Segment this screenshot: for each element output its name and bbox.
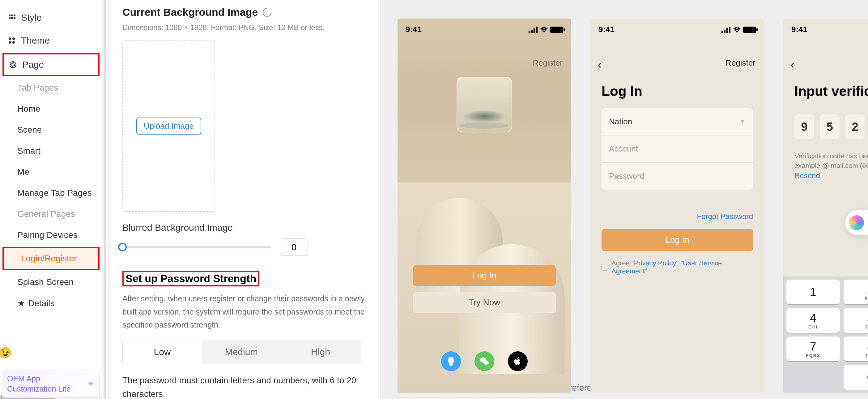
sidebar-item-splash[interactable]: Splash Screen — [0, 272, 102, 293]
agree-checkbox[interactable] — [601, 264, 608, 270]
sidebar-item-pairing[interactable]: Pairing Devices — [0, 225, 102, 246]
svg-rect-5 — [13, 17, 16, 19]
back-icon[interactable]: ‹ — [791, 58, 795, 71]
sidebar-subhead-tabpages: Tab Pages — [0, 77, 102, 98]
upload-image-button[interactable]: Upload Image — [136, 117, 201, 135]
svg-point-18 — [484, 360, 489, 365]
sent-note: Verification code has been sent to your … — [795, 151, 868, 171]
blur-label: Blurred Background Image — [122, 222, 367, 233]
key-8[interactable]: 8TUV — [844, 337, 868, 361]
svg-rect-3 — [9, 17, 10, 19]
seg-low[interactable]: Low — [123, 340, 202, 364]
key-2[interactable]: 2ABC — [844, 280, 868, 304]
login-submit-button[interactable]: Log In — [601, 229, 753, 251]
seg-high[interactable]: High — [281, 340, 360, 364]
back-icon[interactable]: ‹ — [598, 58, 601, 71]
sidebar-subhead-general: General Pages — [0, 203, 102, 225]
upload-dropzone[interactable]: Upload Image — [122, 40, 215, 212]
resend-link[interactable]: Resend — [795, 171, 820, 180]
password-strength-title: Set up Password Strength — [122, 270, 259, 286]
key-blank — [786, 365, 840, 390]
preview-area: The image is only for reference. The act… — [380, 0, 868, 399]
password-input[interactable]: Password — [601, 163, 753, 190]
account-input[interactable]: Account — [601, 136, 753, 163]
sidebar-item-smart[interactable]: Smart — [0, 140, 102, 162]
code-box-2[interactable]: 5 — [820, 114, 840, 139]
promo-card[interactable]: OEM App Customization Lite ✦ — [2, 370, 99, 398]
nation-label: Nation — [609, 117, 632, 126]
privacy-link[interactable]: "Privacy Policy" — [631, 259, 679, 267]
svg-rect-14 — [536, 27, 537, 33]
sidebar-item-manage-tab[interactable]: Manage Tab Pages — [0, 182, 102, 203]
apple-login-icon[interactable] — [508, 351, 528, 371]
chevron-down-icon: ▼ — [739, 118, 746, 125]
login-title: Log In — [601, 84, 642, 99]
sidebar-item-login-register[interactable]: Login/Register — [2, 247, 99, 270]
login-button[interactable]: Log In — [413, 265, 556, 286]
agree-row: Agree "Privacy Policy" "User Service Agr… — [601, 259, 753, 275]
plus-icon: ✦ — [87, 378, 94, 389]
numeric-keypad: 1 2ABC 3DEF 4GHI 5JKL 6MNO 7PQRS 8TUV 9W… — [783, 277, 868, 393]
password-strength-segmented: Low Medium High — [122, 340, 361, 364]
sidebar-item-details[interactable]: ★ Details — [0, 293, 102, 314]
svg-rect-4 — [11, 17, 13, 19]
status-bar: 9:41 — [398, 19, 571, 37]
key-1[interactable]: 1 — [786, 280, 840, 304]
key-5[interactable]: 5JKL — [844, 308, 868, 333]
nation-select[interactable]: Nation ▼ — [601, 108, 753, 136]
key-4[interactable]: 4GHI — [786, 308, 840, 333]
signal-icon — [529, 27, 538, 33]
sidebar-item-scene[interactable]: Scene — [0, 119, 102, 140]
svg-point-7 — [12, 37, 15, 40]
phone-preview-verify: 9:41 ‹ Input verification code 9 5 2 7 7… — [783, 19, 868, 393]
vertical-separator — [104, 0, 106, 399]
wifi-icon — [733, 27, 741, 33]
seg-medium[interactable]: Medium — [202, 340, 281, 364]
svg-rect-21 — [726, 28, 728, 33]
settings-panel: Current Background Image Dimensions: 108… — [111, 0, 378, 399]
svg-point-8 — [9, 41, 11, 44]
sidebar-item-me[interactable]: Me — [0, 162, 102, 182]
promo-title: OEM App Customization Lite — [7, 374, 87, 394]
svg-rect-1 — [11, 15, 13, 17]
qq-login-icon[interactable] — [441, 351, 461, 371]
phone-preview-login-form: 9:41 ‹ Register Log In Nation ▼ Account … — [590, 19, 764, 393]
code-box-3[interactable]: 2 — [845, 114, 865, 139]
phone-preview-landing: 9:41 Register Log In Try Now — [398, 19, 571, 393]
code-box-1[interactable]: 9 — [795, 114, 814, 139]
try-now-button[interactable]: Try Now — [413, 292, 556, 313]
battery-icon — [743, 27, 756, 33]
sidebar-item-page[interactable]: Page — [2, 53, 99, 76]
svg-point-9 — [12, 41, 15, 44]
refresh-icon[interactable] — [261, 6, 274, 19]
palette-icon — [7, 36, 16, 45]
register-link[interactable]: Register — [533, 58, 563, 68]
floating-assistant-button[interactable] — [845, 210, 868, 235]
blur-value[interactable]: 0 — [280, 238, 308, 256]
sidebar-item-label: Style — [21, 12, 42, 23]
login-form-card: Nation ▼ Account Password — [601, 108, 753, 190]
wechat-login-icon[interactable] — [474, 351, 494, 371]
sidebar-item-style[interactable]: Style — [0, 6, 102, 29]
agree-text: Agree "Privacy Policy" "User Service Agr… — [612, 259, 753, 275]
svg-point-16 — [449, 364, 453, 366]
forgot-password-link[interactable]: Forgot Password — [697, 212, 753, 221]
key-0[interactable]: 0 — [844, 365, 868, 390]
social-login-row — [398, 351, 571, 371]
battery-icon — [550, 27, 563, 33]
svg-rect-13 — [533, 28, 535, 33]
svg-rect-12 — [531, 30, 533, 33]
sidebar-item-theme[interactable]: Theme — [0, 29, 102, 52]
key-7[interactable]: 7PQRS — [786, 337, 840, 361]
sidebar-item-home[interactable]: Home — [0, 98, 102, 119]
blur-slider[interactable] — [122, 246, 271, 248]
svg-rect-22 — [729, 27, 731, 33]
aperture-icon — [9, 60, 17, 69]
slider-thumb[interactable] — [118, 243, 127, 252]
current-bg-title: Current Background Image — [122, 6, 367, 18]
blur-slider-row: 0 — [122, 238, 367, 256]
register-link[interactable]: Register — [725, 58, 755, 68]
status-bar: 9:41 — [590, 19, 764, 37]
svg-rect-19 — [721, 31, 723, 33]
status-time: 9:41 — [791, 25, 807, 34]
